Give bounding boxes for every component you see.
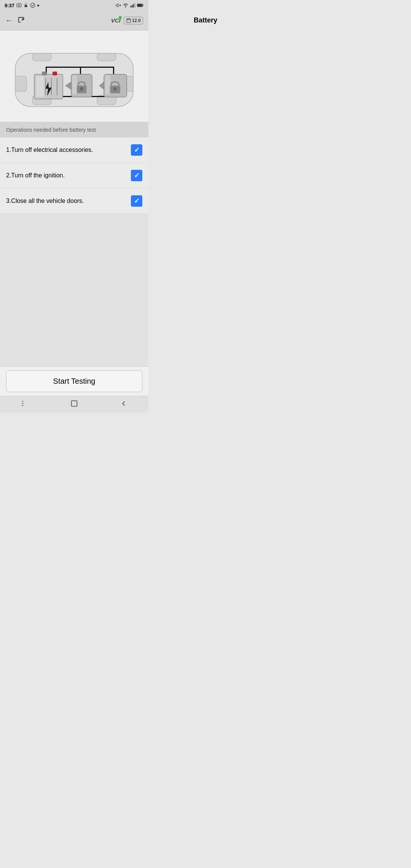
start-button-container: Start Testing — [0, 366, 148, 396]
header-right: VCI 12.0 — [111, 17, 143, 24]
battery-status-icon — [137, 3, 144, 8]
svg-marker-4 — [116, 4, 118, 7]
menu-nav-icon[interactable] — [21, 399, 29, 410]
checklist-text-3: 3.Close all the vehicle doors. — [6, 198, 84, 204]
status-time: 9:37 — [5, 3, 14, 8]
vci-badge: VCI — [111, 17, 121, 24]
operations-section-header: Operations needed before battery test — [0, 122, 148, 137]
app-header: ← Battery VCI 12.0 — [0, 11, 148, 30]
check-icon — [30, 3, 35, 8]
checklist-item-3[interactable]: 3.Close all the vehicle doors. — [0, 188, 148, 214]
checklist-item-2[interactable]: 2.Turn off the ignition. — [0, 163, 148, 188]
empty-content-area — [0, 214, 148, 366]
svg-rect-48 — [114, 89, 116, 91]
svg-point-3 — [30, 3, 35, 8]
signal-icon — [130, 3, 135, 8]
version-number: 12.0 — [132, 18, 141, 23]
svg-rect-11 — [134, 3, 135, 8]
version-badge: 12.0 — [124, 17, 143, 24]
export-button[interactable] — [18, 16, 26, 25]
wifi-icon — [123, 3, 129, 8]
bottom-navigation — [0, 396, 148, 413]
car-diagram — [0, 30, 148, 122]
svg-rect-8 — [131, 6, 131, 8]
lock-icon — [24, 3, 28, 8]
back-nav-icon[interactable] — [119, 399, 128, 410]
svg-rect-19 — [15, 76, 27, 91]
checklist-text-2: 2.Turn off the ignition. — [6, 172, 65, 179]
vci-connected-dot — [119, 16, 122, 19]
svg-point-7 — [125, 7, 126, 7]
car-diagram-svg — [10, 38, 139, 114]
svg-rect-13 — [138, 4, 142, 6]
status-left: 9:37 — [5, 3, 39, 8]
svg-rect-53 — [72, 401, 77, 407]
dot-indicator — [37, 5, 39, 6]
checkbox-1[interactable] — [131, 144, 142, 156]
svg-rect-2 — [25, 5, 27, 7]
checkbox-2[interactable] — [131, 170, 142, 181]
svg-rect-24 — [97, 53, 116, 61]
svg-rect-43 — [72, 75, 77, 94]
svg-rect-37 — [36, 76, 44, 97]
svg-rect-32 — [53, 72, 57, 75]
checklist-item-1[interactable]: 1.Turn off electrical accessories. — [0, 137, 148, 163]
svg-point-1 — [18, 5, 20, 6]
section-title: Operations needed before battery test — [6, 127, 96, 133]
start-testing-button[interactable]: Start Testing — [6, 370, 142, 392]
svg-rect-10 — [133, 4, 134, 8]
svg-rect-42 — [81, 89, 82, 91]
status-bar: 9:37 — [0, 0, 148, 11]
checklist-text-1: 1.Turn off electrical accessories. — [6, 147, 93, 153]
svg-rect-31 — [42, 72, 46, 75]
mute-icon — [116, 3, 121, 8]
home-nav-icon[interactable] — [70, 399, 78, 410]
checkbox-3[interactable] — [131, 195, 142, 207]
svg-rect-14 — [126, 19, 131, 22]
svg-rect-49 — [105, 75, 110, 94]
back-button[interactable]: ← — [5, 16, 13, 25]
calendar-icon — [126, 18, 131, 23]
svg-rect-23 — [32, 53, 51, 61]
header-left: ← — [5, 16, 26, 25]
status-right — [116, 3, 144, 8]
svg-rect-9 — [132, 5, 132, 8]
photo-icon — [16, 3, 22, 8]
